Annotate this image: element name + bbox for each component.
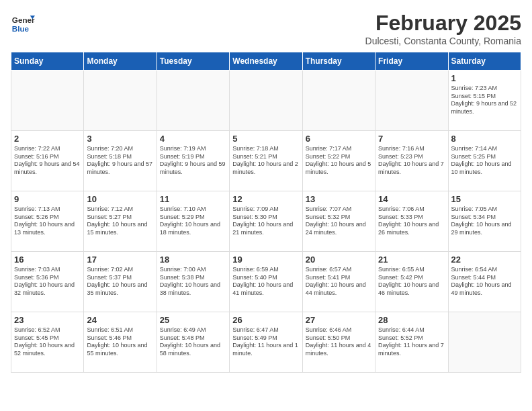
calendar-table: SundayMondayTuesdayWednesdayThursdayFrid… — [11, 52, 521, 373]
calendar-day-cell: 22Sunrise: 6:54 AM Sunset: 5:44 PM Dayli… — [448, 252, 521, 312]
day-number: 4 — [160, 134, 226, 144]
calendar-day-cell: 4Sunrise: 7:19 AM Sunset: 5:19 PM Daylig… — [157, 131, 229, 191]
day-number: 21 — [378, 255, 445, 265]
calendar-day-cell: 10Sunrise: 7:12 AM Sunset: 5:27 PM Dayli… — [84, 191, 157, 252]
calendar-day-cell: 25Sunrise: 6:49 AM Sunset: 5:48 PM Dayli… — [157, 312, 229, 373]
day-number: 11 — [160, 194, 226, 204]
calendar-day-cell: 26Sunrise: 6:47 AM Sunset: 5:49 PM Dayli… — [230, 312, 302, 373]
day-number: 18 — [160, 255, 226, 265]
day-number: 27 — [306, 315, 372, 325]
day-info: Sunrise: 7:22 AM Sunset: 5:16 PM Dayligh… — [14, 145, 81, 177]
day-info: Sunrise: 6:59 AM Sunset: 5:40 PM Dayligh… — [232, 266, 299, 298]
day-info: Sunrise: 7:05 AM Sunset: 5:34 PM Dayligh… — [451, 205, 518, 237]
calendar-day-cell — [11, 71, 84, 131]
weekday-header-friday: Friday — [375, 52, 448, 71]
day-info: Sunrise: 7:12 AM Sunset: 5:27 PM Dayligh… — [87, 205, 153, 237]
logo-icon: General Blue — [11, 11, 35, 35]
calendar-day-cell — [302, 71, 375, 131]
day-number: 23 — [14, 315, 81, 325]
day-info: Sunrise: 7:19 AM Sunset: 5:19 PM Dayligh… — [160, 145, 226, 177]
day-info: Sunrise: 6:47 AM Sunset: 5:49 PM Dayligh… — [232, 326, 299, 358]
logo: General Blue — [11, 11, 35, 35]
day-info: Sunrise: 7:13 AM Sunset: 5:26 PM Dayligh… — [14, 205, 81, 237]
day-info: Sunrise: 7:16 AM Sunset: 5:23 PM Dayligh… — [378, 145, 445, 177]
weekday-header-row: SundayMondayTuesdayWednesdayThursdayFrid… — [11, 52, 521, 71]
calendar-week-row: 2Sunrise: 7:22 AM Sunset: 5:16 PM Daylig… — [11, 131, 521, 191]
calendar-day-cell: 6Sunrise: 7:17 AM Sunset: 5:22 PM Daylig… — [302, 131, 375, 191]
day-number: 7 — [378, 134, 445, 144]
day-number: 17 — [87, 255, 153, 265]
calendar-day-cell — [157, 71, 229, 131]
day-number: 24 — [87, 315, 153, 325]
day-number: 8 — [451, 134, 518, 144]
day-info: Sunrise: 6:49 AM Sunset: 5:48 PM Dayligh… — [160, 326, 226, 358]
day-info: Sunrise: 6:55 AM Sunset: 5:42 PM Dayligh… — [378, 266, 445, 298]
calendar-week-row: 1Sunrise: 7:23 AM Sunset: 5:15 PM Daylig… — [11, 71, 521, 131]
page-header: General Blue February 2025 Dulcesti, Con… — [11, 11, 521, 46]
day-info: Sunrise: 7:14 AM Sunset: 5:25 PM Dayligh… — [451, 145, 518, 177]
calendar-day-cell: 28Sunrise: 6:44 AM Sunset: 5:52 PM Dayli… — [375, 312, 448, 373]
day-number: 25 — [160, 315, 226, 325]
calendar-day-cell — [230, 71, 302, 131]
day-info: Sunrise: 7:20 AM Sunset: 5:18 PM Dayligh… — [87, 145, 153, 177]
svg-text:Blue: Blue — [12, 24, 30, 33]
calendar-day-cell: 8Sunrise: 7:14 AM Sunset: 5:25 PM Daylig… — [448, 131, 521, 191]
day-info: Sunrise: 6:52 AM Sunset: 5:45 PM Dayligh… — [14, 326, 81, 358]
day-info: Sunrise: 6:51 AM Sunset: 5:46 PM Dayligh… — [87, 326, 153, 358]
calendar-day-cell: 13Sunrise: 7:07 AM Sunset: 5:32 PM Dayli… — [302, 191, 375, 252]
calendar-day-cell: 15Sunrise: 7:05 AM Sunset: 5:34 PM Dayli… — [448, 191, 521, 252]
calendar-day-cell: 24Sunrise: 6:51 AM Sunset: 5:46 PM Dayli… — [84, 312, 157, 373]
weekday-header-sunday: Sunday — [11, 52, 84, 71]
day-number: 16 — [14, 255, 81, 265]
day-number: 10 — [87, 194, 153, 204]
day-number: 20 — [306, 255, 372, 265]
day-info: Sunrise: 7:02 AM Sunset: 5:37 PM Dayligh… — [87, 266, 153, 298]
calendar-day-cell: 27Sunrise: 6:46 AM Sunset: 5:50 PM Dayli… — [302, 312, 375, 373]
day-info: Sunrise: 6:54 AM Sunset: 5:44 PM Dayligh… — [451, 266, 518, 298]
day-number: 14 — [378, 194, 445, 204]
day-number: 13 — [306, 194, 372, 204]
calendar-week-row: 23Sunrise: 6:52 AM Sunset: 5:45 PM Dayli… — [11, 312, 521, 373]
day-number: 15 — [451, 194, 518, 204]
title-block: February 2025 Dulcesti, Constanta County… — [365, 11, 521, 46]
calendar-day-cell: 11Sunrise: 7:10 AM Sunset: 5:29 PM Dayli… — [157, 191, 229, 252]
calendar-week-row: 9Sunrise: 7:13 AM Sunset: 5:26 PM Daylig… — [11, 191, 521, 252]
day-info: Sunrise: 6:44 AM Sunset: 5:52 PM Dayligh… — [378, 326, 445, 358]
calendar-day-cell: 18Sunrise: 7:00 AM Sunset: 5:38 PM Dayli… — [157, 252, 229, 312]
calendar-day-cell: 7Sunrise: 7:16 AM Sunset: 5:23 PM Daylig… — [375, 131, 448, 191]
day-number: 19 — [232, 255, 299, 265]
day-info: Sunrise: 6:46 AM Sunset: 5:50 PM Dayligh… — [306, 326, 372, 358]
calendar-day-cell: 20Sunrise: 6:57 AM Sunset: 5:41 PM Dayli… — [302, 252, 375, 312]
weekday-header-tuesday: Tuesday — [157, 52, 229, 71]
calendar-week-row: 16Sunrise: 7:03 AM Sunset: 5:36 PM Dayli… — [11, 252, 521, 312]
day-info: Sunrise: 7:03 AM Sunset: 5:36 PM Dayligh… — [14, 266, 81, 298]
day-number: 1 — [451, 73, 518, 83]
calendar-day-cell: 5Sunrise: 7:18 AM Sunset: 5:21 PM Daylig… — [230, 131, 302, 191]
calendar-day-cell: 16Sunrise: 7:03 AM Sunset: 5:36 PM Dayli… — [11, 252, 84, 312]
day-number: 6 — [306, 134, 372, 144]
day-info: Sunrise: 7:18 AM Sunset: 5:21 PM Dayligh… — [232, 145, 299, 177]
day-number: 28 — [378, 315, 445, 325]
calendar-day-cell — [375, 71, 448, 131]
main-title: February 2025 — [365, 11, 521, 36]
weekday-header-saturday: Saturday — [448, 52, 521, 71]
calendar-day-cell: 9Sunrise: 7:13 AM Sunset: 5:26 PM Daylig… — [11, 191, 84, 252]
day-info: Sunrise: 7:06 AM Sunset: 5:33 PM Dayligh… — [378, 205, 445, 237]
day-info: Sunrise: 7:07 AM Sunset: 5:32 PM Dayligh… — [306, 205, 372, 237]
calendar-day-cell: 23Sunrise: 6:52 AM Sunset: 5:45 PM Dayli… — [11, 312, 84, 373]
subtitle: Dulcesti, Constanta County, Romania — [365, 36, 521, 46]
day-number: 12 — [232, 194, 299, 204]
day-number: 22 — [451, 255, 518, 265]
calendar-day-cell: 2Sunrise: 7:22 AM Sunset: 5:16 PM Daylig… — [11, 131, 84, 191]
calendar-day-cell: 14Sunrise: 7:06 AM Sunset: 5:33 PM Dayli… — [375, 191, 448, 252]
calendar-day-cell — [448, 312, 521, 373]
day-info: Sunrise: 7:10 AM Sunset: 5:29 PM Dayligh… — [160, 205, 226, 237]
calendar-day-cell: 21Sunrise: 6:55 AM Sunset: 5:42 PM Dayli… — [375, 252, 448, 312]
weekday-header-thursday: Thursday — [302, 52, 375, 71]
calendar-day-cell: 19Sunrise: 6:59 AM Sunset: 5:40 PM Dayli… — [230, 252, 302, 312]
day-number: 26 — [232, 315, 299, 325]
day-info: Sunrise: 7:09 AM Sunset: 5:30 PM Dayligh… — [232, 205, 299, 237]
weekday-header-wednesday: Wednesday — [230, 52, 302, 71]
calendar-day-cell: 17Sunrise: 7:02 AM Sunset: 5:37 PM Dayli… — [84, 252, 157, 312]
calendar-day-cell: 3Sunrise: 7:20 AM Sunset: 5:18 PM Daylig… — [84, 131, 157, 191]
